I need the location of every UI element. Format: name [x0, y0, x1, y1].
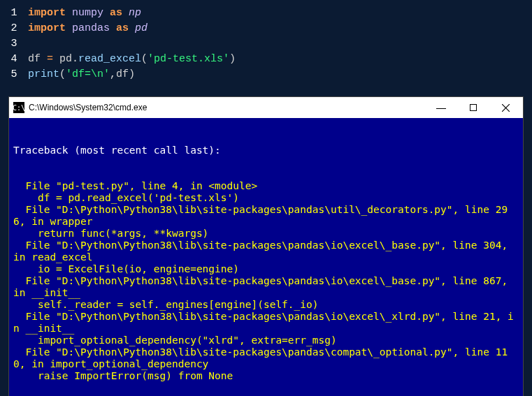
traceback-body: File "pd-test.py", line 4, in <module> d…	[13, 180, 519, 382]
editor-line[interactable]: 5print('df=\n',df)	[0, 67, 532, 82]
editor-line[interactable]: 1import numpy as np	[0, 6, 532, 21]
editor-line[interactable]: 4df = pd.read_excel('pd-test.xls')	[0, 52, 532, 67]
code-content: import numpy as np	[28, 6, 141, 21]
square-icon	[470, 104, 477, 111]
editor-line[interactable]: 3	[0, 36, 532, 52]
editor-line[interactable]: 2import pandas as pd	[0, 21, 532, 36]
line-number: 5	[0, 67, 28, 82]
cmd-icon: C:\	[13, 102, 24, 113]
svg-rect-0	[470, 105, 477, 111]
window-title: C:\Windows\System32\cmd.exe	[29, 103, 425, 112]
titlebar[interactable]: C:\ C:\Windows\System32\cmd.exe —	[9, 97, 523, 118]
code-content: print('df=\n',df)	[28, 67, 135, 82]
maximize-button[interactable]	[457, 97, 489, 118]
code-content: df = pd.read_excel('pd-test.xls')	[28, 52, 236, 67]
line-number: 1	[0, 6, 28, 21]
terminal-output[interactable]: Traceback (most recent call last): File …	[9, 118, 523, 396]
code-content: import pandas as pd	[28, 21, 148, 36]
line-number: 2	[0, 21, 28, 36]
traceback-header: Traceback (most recent call last):	[13, 145, 519, 156]
close-button[interactable]	[489, 97, 522, 118]
line-number: 3	[0, 36, 28, 52]
minimize-button[interactable]: —	[425, 97, 457, 118]
code-editor[interactable]: 1import numpy as np2import pandas as pd3…	[0, 0, 532, 91]
cmd-window: C:\ C:\Windows\System32\cmd.exe — Traceb…	[8, 96, 524, 396]
close-icon	[502, 104, 510, 112]
line-number: 4	[0, 52, 28, 67]
